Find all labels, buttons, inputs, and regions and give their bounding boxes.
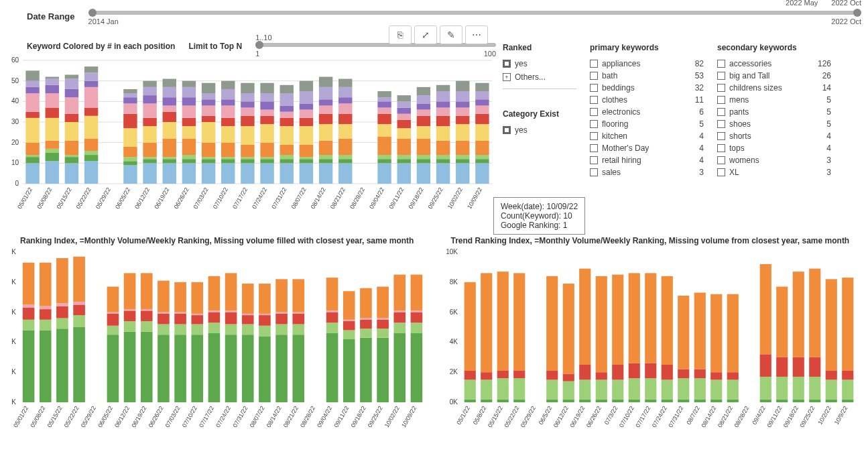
bar-segment[interactable]: [174, 325, 186, 335]
bar-segment[interactable]: [300, 118, 313, 126]
bar-segment[interactable]: [377, 338, 389, 402]
bar-segment[interactable]: [124, 332, 136, 402]
bar-segment[interactable]: [710, 400, 722, 402]
bar-segment[interactable]: [694, 292, 705, 369]
bar-segment[interactable]: [260, 83, 273, 93]
bar-segment[interactable]: [326, 322, 338, 333]
bar-segment[interactable]: [397, 101, 411, 107]
bar-segment[interactable]: [456, 124, 469, 141]
bar-segment[interactable]: [678, 378, 689, 399]
secondary-item[interactable]: childrens sizes14: [717, 82, 831, 94]
slider-handle-left[interactable]: [88, 9, 97, 17]
bar-segment[interactable]: [163, 157, 176, 159]
toolbar-btn-edit[interactable]: ✎: [440, 25, 462, 44]
bar-segment[interactable]: [436, 108, 450, 116]
primary-item[interactable]: electronics6: [590, 106, 704, 118]
bar-segment[interactable]: [710, 372, 722, 379]
bar-segment[interactable]: [300, 91, 313, 103]
bar-segment[interactable]: [25, 93, 39, 112]
bar-segment[interactable]: [225, 325, 237, 335]
bar-segment[interactable]: [65, 114, 78, 122]
bar-segment[interactable]: [174, 312, 186, 314]
bar-segment[interactable]: [123, 89, 137, 93]
bar-segment[interactable]: [562, 284, 574, 373]
bar-segment[interactable]: [546, 371, 558, 379]
bar-segment[interactable]: [326, 312, 338, 323]
primary-item[interactable]: sales3: [590, 166, 704, 178]
secondary-item[interactable]: big and Tall26: [717, 70, 831, 82]
bar-segment[interactable]: [842, 278, 853, 371]
bar-segment[interactable]: [326, 278, 338, 310]
bar-segment[interactable]: [338, 103, 352, 113]
bar-segment[interactable]: [202, 99, 215, 105]
bar-segment[interactable]: [776, 400, 788, 402]
bar-segment[interactable]: [56, 303, 68, 306]
bar-segment[interactable]: [481, 400, 492, 402]
bar-segment[interactable]: [628, 400, 639, 402]
bar-segment[interactable]: [260, 163, 273, 184]
bar-segment[interactable]: [46, 108, 59, 118]
bar-segment[interactable]: [191, 282, 203, 314]
bar-segment[interactable]: [497, 378, 508, 399]
bar-segment[interactable]: [393, 312, 406, 323]
bar-segment[interactable]: [481, 372, 492, 379]
bar-segment[interactable]: [123, 147, 137, 157]
bar-segment[interactable]: [456, 163, 469, 184]
bar-segment[interactable]: [182, 118, 196, 126]
bar-segment[interactable]: [300, 103, 313, 109]
bar-segment[interactable]: [292, 279, 304, 312]
bar-segment[interactable]: [360, 320, 372, 329]
bar-segment[interactable]: [475, 91, 489, 99]
bar-segment[interactable]: [191, 315, 203, 324]
bar-segment[interactable]: [377, 159, 391, 163]
bar-segment[interactable]: [319, 155, 332, 159]
bar-segment[interactable]: [436, 155, 450, 159]
bar-segment[interactable]: [661, 400, 672, 402]
bar-segment[interactable]: [579, 400, 591, 402]
bar-segment[interactable]: [25, 118, 39, 143]
bar-segment[interactable]: [208, 310, 221, 312]
bar-segment[interactable]: [397, 120, 411, 128]
bar-segment[interactable]: [456, 108, 469, 116]
bar-segment[interactable]: [417, 95, 430, 103]
secondary-item[interactable]: accessories126: [717, 58, 831, 70]
bar-segment[interactable]: [202, 157, 215, 159]
bar-segment[interactable]: [259, 314, 271, 315]
primary-item[interactable]: flooring5: [590, 118, 704, 130]
bar-segment[interactable]: [260, 93, 273, 101]
bar-segment[interactable]: [163, 79, 176, 87]
bar-segment[interactable]: [123, 165, 137, 184]
bar-segment[interactable]: [377, 101, 391, 107]
bar-segment[interactable]: [107, 314, 119, 326]
bar-segment[interactable]: [319, 105, 332, 113]
bar-segment[interactable]: [241, 83, 254, 93]
bar-segment[interactable]: [338, 163, 352, 184]
bar-segment[interactable]: [242, 315, 254, 324]
bar-segment[interactable]: [513, 273, 525, 371]
bar-segment[interactable]: [191, 314, 203, 315]
bar-segment[interactable]: [182, 97, 196, 105]
bar-segment[interactable]: [546, 379, 558, 399]
bar-segment[interactable]: [46, 118, 59, 141]
bar-segment[interactable]: [25, 87, 39, 93]
bar-segment[interactable]: [241, 116, 254, 126]
bar-segment[interactable]: [280, 163, 294, 184]
bar-segment[interactable]: [595, 276, 607, 372]
bar-segment[interactable]: [280, 93, 294, 105]
bar-segment[interactable]: [123, 157, 137, 161]
bar-segment[interactable]: [73, 257, 85, 302]
bar-segment[interactable]: [56, 318, 68, 329]
bar-segment[interactable]: [241, 126, 254, 145]
bar-segment[interactable]: [809, 400, 820, 402]
bar-segment[interactable]: [163, 105, 176, 111]
bar-segment[interactable]: [143, 143, 156, 157]
bar-segment[interactable]: [397, 95, 411, 101]
bar-segment[interactable]: [46, 77, 59, 79]
bar-segment[interactable]: [182, 159, 196, 163]
bar-segment[interactable]: [280, 126, 294, 145]
bar-segment[interactable]: [202, 122, 215, 143]
bar-segment[interactable]: [208, 333, 221, 402]
bar-segment[interactable]: [579, 379, 591, 399]
bar-segment[interactable]: [202, 93, 215, 99]
bar-segment[interactable]: [73, 302, 85, 304]
